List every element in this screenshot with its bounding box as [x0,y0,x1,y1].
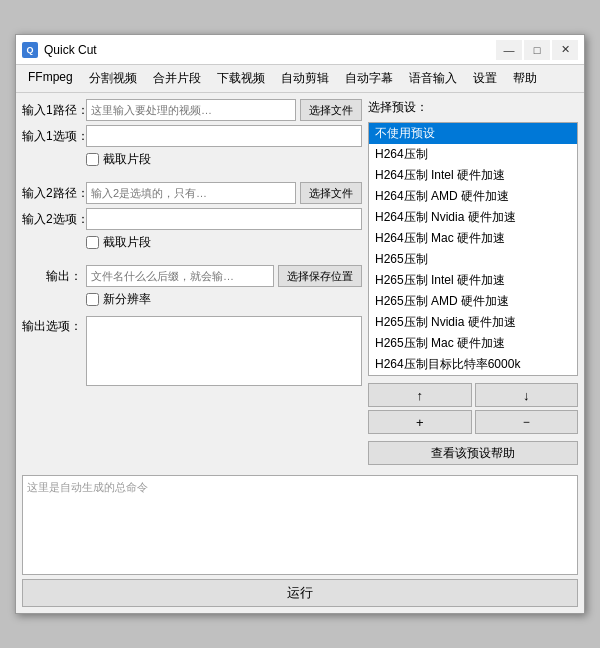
preset-remove-button[interactable]: － [475,410,579,434]
menu-auto-subtitle[interactable]: 自动字幕 [337,67,401,90]
preset-item[interactable]: H264压制 Mac 硬件加速 [369,228,577,249]
run-row: 运行 [22,579,578,607]
input1-path-row: 输入1路径： 选择文件 [22,99,362,121]
new-resolution-row: 新分辨率 [86,291,362,308]
output-options-row: 输出选项： [22,316,362,386]
output-options-textarea[interactable] [86,316,362,386]
preset-move-buttons: ↑ ↓ + － [368,383,578,434]
new-resolution-checkbox[interactable] [86,293,99,306]
input2-options-field[interactable] [86,208,362,230]
menu-ffmpeg[interactable]: FFmpeg [20,67,81,90]
preset-help-button[interactable]: 查看该预设帮助 [368,441,578,465]
input2-options-label: 输入2选项： [22,211,82,228]
input1-clip-row: 截取片段 [86,151,362,168]
left-panel: 输入1路径： 选择文件 输入1选项： 截取片段 输入2路径： 选择文件 [22,99,362,465]
preset-down-button[interactable]: ↓ [475,383,579,407]
title-left: Q Quick Cut [22,42,97,58]
preset-up-button[interactable]: ↑ [368,383,472,407]
output-path-label: 输出： [22,268,82,285]
minimize-button[interactable]: — [496,40,522,60]
input1-clip-checkbox[interactable] [86,153,99,166]
preset-list[interactable]: 不使用预设H264压制H264压制 Intel 硬件加速H264压制 AMD 硬… [368,122,578,376]
input1-path-field[interactable] [86,99,296,121]
preset-item[interactable]: H264压制目标比特率6000k [369,354,577,375]
menu-help[interactable]: 帮助 [505,67,545,90]
preset-item[interactable]: H264压制 [369,144,577,165]
input2-clip-checkbox[interactable] [86,236,99,249]
right-panel: 选择预设： 不使用预设H264压制H264压制 Intel 硬件加速H264压制… [368,99,578,465]
input1-clip-label: 截取片段 [103,151,151,168]
output-path-field[interactable] [86,265,274,287]
preset-item[interactable]: H264压制 AMD 硬件加速 [369,186,577,207]
input1-select-button[interactable]: 选择文件 [300,99,362,121]
menu-download-video[interactable]: 下载视频 [209,67,273,90]
input2-path-field[interactable] [86,182,296,204]
preset-item[interactable]: H265压制 [369,249,577,270]
preset-item[interactable]: 不使用预设 [369,123,577,144]
input2-select-button[interactable]: 选择文件 [300,182,362,204]
input1-options-field[interactable] [86,125,362,147]
preset-add-button[interactable]: + [368,410,472,434]
new-resolution-label: 新分辨率 [103,291,151,308]
run-button[interactable]: 运行 [22,579,578,607]
output-path-row: 输出： 选择保存位置 [22,265,362,287]
preset-item[interactable]: H264压制 Intel 硬件加速 [369,165,577,186]
output-select-button[interactable]: 选择保存位置 [278,265,362,287]
input2-options-row: 输入2选项： [22,208,362,230]
input2-clip-label: 截取片段 [103,234,151,251]
preset-label: 选择预设： [368,99,578,116]
input1-options-label: 输入1选项： [22,128,82,145]
preset-item[interactable]: H265压制 Nvidia 硬件加速 [369,312,577,333]
menu-voice-input[interactable]: 语音输入 [401,67,465,90]
title-bar: Q Quick Cut — □ ✕ [16,35,584,65]
command-area: 这里是自动生成的总命令 [22,475,578,575]
preset-item[interactable]: H264压制 Nvidia 硬件加速 [369,207,577,228]
input2-path-row: 输入2路径： 选择文件 [22,182,362,204]
input2-clip-row: 截取片段 [86,234,362,251]
command-placeholder: 这里是自动生成的总命令 [27,481,148,493]
menu-merge-clips[interactable]: 合并片段 [145,67,209,90]
preset-item[interactable]: H265压制 Intel 硬件加速 [369,270,577,291]
main-content: 输入1路径： 选择文件 输入1选项： 截取片段 输入2路径： 选择文件 [16,93,584,471]
window-title: Quick Cut [44,43,97,57]
input2-path-label: 输入2路径： [22,185,82,202]
input1-path-label: 输入1路径： [22,102,82,119]
input1-options-row: 输入1选项： [22,125,362,147]
maximize-button[interactable]: □ [524,40,550,60]
menu-split-video[interactable]: 分割视频 [81,67,145,90]
main-window: Q Quick Cut — □ ✕ FFmpeg 分割视频 合并片段 下载视频 … [15,34,585,614]
menu-bar: FFmpeg 分割视频 合并片段 下载视频 自动剪辑 自动字幕 语音输入 设置 … [16,65,584,93]
menu-auto-edit[interactable]: 自动剪辑 [273,67,337,90]
preset-item[interactable]: H265压制 Mac 硬件加速 [369,333,577,354]
output-options-label: 输出选项： [22,318,82,335]
close-button[interactable]: ✕ [552,40,578,60]
preset-item[interactable]: H265压制 AMD 硬件加速 [369,291,577,312]
app-icon: Q [22,42,38,58]
menu-settings[interactable]: 设置 [465,67,505,90]
title-controls: — □ ✕ [496,40,578,60]
